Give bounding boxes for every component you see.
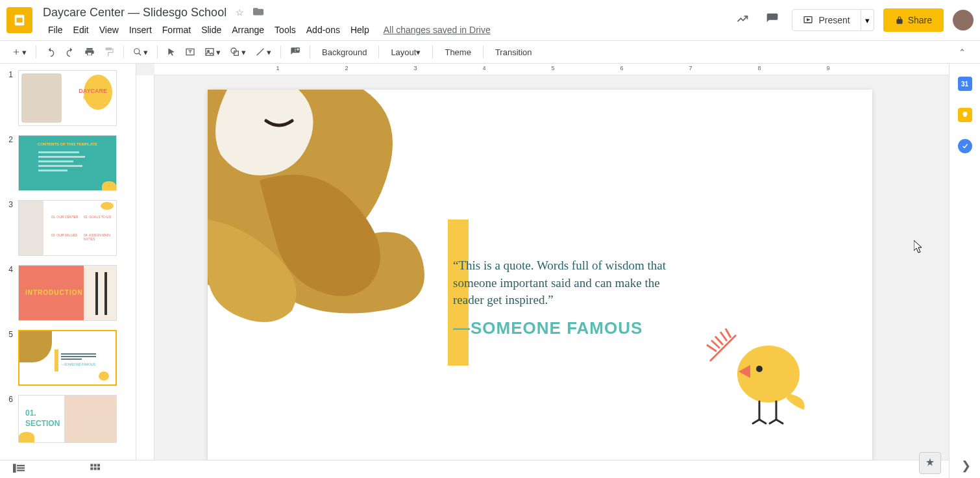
svg-rect-35 [90, 464, 93, 466]
present-button[interactable]: Present [792, 9, 861, 31]
svg-marker-3 [807, 19, 809, 21]
menu-view[interactable]: View [94, 22, 124, 38]
quote-text[interactable]: “This is a quote. Words full of wisdom t… [453, 257, 674, 309]
slides-logo[interactable] [6, 7, 32, 33]
svg-line-26 [753, 420, 759, 423]
menu-arrange[interactable]: Arrange [227, 22, 269, 38]
svg-rect-39 [94, 467, 97, 470]
filmstrip-view-icon[interactable] [13, 464, 25, 475]
thumb-number: 3 [5, 200, 13, 256]
share-button[interactable]: Share [883, 8, 944, 32]
thumb-number: 4 [5, 265, 13, 321]
activity-icon[interactable] [732, 8, 753, 32]
menu-file[interactable]: File [43, 22, 68, 38]
slide-thumbnail-2[interactable]: CONTENTS OF THIS TEMPLATE [18, 135, 117, 191]
shape-tool[interactable]: ▾ [226, 44, 250, 60]
svg-rect-38 [90, 467, 93, 470]
menu-tools[interactable]: Tools [269, 22, 301, 38]
new-slide-button[interactable]: ▾ [8, 45, 31, 60]
slide-canvas[interactable]: “This is a quote. Words full of wisdom t… [208, 90, 872, 465]
comment-tool[interactable] [286, 44, 304, 60]
bird-illustration [704, 322, 820, 439]
account-avatar[interactable] [953, 10, 974, 31]
slide-thumbnail-6[interactable]: 01. SECTION [18, 395, 117, 443]
transition-button[interactable]: Transition [489, 45, 539, 60]
vertical-ruler [136, 75, 154, 478]
svg-line-13 [257, 49, 264, 56]
svg-rect-37 [97, 464, 100, 466]
svg-rect-31 [13, 464, 16, 473]
star-icon[interactable]: ☆ [236, 7, 244, 18]
select-tool[interactable] [163, 45, 180, 59]
line-tool[interactable]: ▾ [251, 44, 275, 60]
collapse-toolbar-icon[interactable]: ⌃ [952, 45, 972, 60]
svg-rect-9 [206, 49, 214, 56]
textbox-tool[interactable] [181, 44, 199, 60]
svg-rect-32 [17, 464, 25, 466]
thumb-number: 1 [5, 70, 13, 126]
expand-side-panel-icon[interactable]: ❯ [961, 459, 971, 473]
svg-line-5 [139, 53, 141, 56]
zoom-button[interactable]: ▾ [129, 45, 152, 60]
svg-line-20 [720, 332, 727, 341]
menu-help[interactable]: Help [345, 22, 374, 38]
svg-line-19 [715, 336, 723, 345]
document-title[interactable]: Daycare Center — Slidesgo School [43, 6, 227, 19]
svg-rect-34 [17, 470, 25, 471]
svg-point-15 [234, 97, 279, 134]
thumb-number: 5 [5, 330, 13, 386]
svg-line-27 [759, 420, 766, 423]
svg-point-23 [756, 366, 763, 372]
svg-rect-40 [97, 467, 100, 470]
present-label: Present [818, 15, 850, 25]
print-button[interactable] [80, 44, 99, 60]
tasks-addon-icon[interactable] [958, 139, 972, 153]
layout-button[interactable]: Layout▾ [384, 45, 427, 60]
svg-line-18 [711, 340, 720, 348]
svg-line-17 [707, 345, 717, 351]
explore-button[interactable] [919, 452, 941, 474]
calendar-addon-icon[interactable]: 31 [958, 77, 972, 91]
side-panel: 31 [949, 64, 980, 478]
slide-thumbnail-1[interactable]: DAYCARE CENTER [18, 70, 117, 126]
paint-format-button[interactable] [100, 44, 118, 60]
menu-slide[interactable]: Slide [196, 22, 227, 38]
undo-button[interactable] [42, 44, 60, 60]
knitted-toy-image [208, 90, 428, 336]
redo-button[interactable] [61, 44, 79, 60]
comments-icon[interactable] [762, 8, 783, 32]
svg-line-29 [770, 420, 776, 423]
slide-panel[interactable]: 1 DAYCARE CENTER 2 CONTENTS OF THIS TEMP… [0, 64, 136, 478]
share-label: Share [908, 15, 932, 25]
image-tool[interactable]: ▾ [201, 44, 225, 60]
svg-line-16 [710, 335, 736, 361]
keep-addon-icon[interactable] [958, 108, 972, 122]
svg-rect-36 [94, 464, 97, 466]
thumb-number: 6 [5, 395, 13, 443]
move-folder-icon[interactable] [253, 6, 263, 18]
present-dropdown[interactable]: ▾ [861, 9, 874, 31]
slide-thumbnail-3[interactable]: 01. OUR CENTER 02. GOALS TO US 03. OUR V… [18, 200, 117, 256]
horizontal-ruler: 1 2 3 4 5 6 7 8 9 [154, 64, 949, 75]
menu-edit[interactable]: Edit [68, 22, 94, 38]
svg-point-4 [134, 49, 140, 54]
svg-rect-33 [17, 467, 25, 468]
svg-line-21 [726, 329, 731, 338]
menu-insert[interactable]: Insert [124, 22, 157, 38]
theme-button[interactable]: Theme [438, 45, 477, 60]
menu-addons[interactable]: Add-ons [301, 22, 345, 38]
grid-view-icon[interactable] [90, 463, 100, 476]
background-button[interactable]: Background [315, 45, 373, 60]
thumb-number: 2 [5, 135, 13, 191]
svg-line-30 [776, 420, 783, 423]
saved-status[interactable]: All changes saved in Drive [384, 25, 491, 35]
svg-rect-1 [16, 18, 22, 22]
canvas-area[interactable]: 1 2 3 4 5 6 7 8 9 “This is a quote. Word… [136, 64, 949, 478]
svg-marker-41 [926, 459, 934, 466]
quote-author[interactable]: —SOMEONE FAMOUS [453, 318, 674, 338]
menu-format[interactable]: Format [157, 22, 196, 38]
slide-thumbnail-5[interactable]: —SOMEONE FAMOUS [18, 330, 117, 386]
slide-thumbnail-4[interactable]: INTRODUCTION [18, 265, 117, 321]
